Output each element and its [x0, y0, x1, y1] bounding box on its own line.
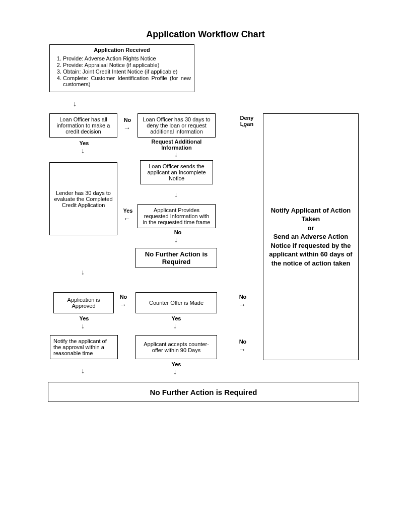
label-yes: Yes — [77, 315, 92, 321]
arrow-right-icon: → — [241, 122, 248, 130]
box-incomplete-notice: Loan Officer sends the applicant an Inco… — [140, 160, 213, 184]
box-no-further-2: No Further Action is Required — [48, 382, 359, 402]
label-yes: Yes — [77, 140, 92, 146]
box-loan-officer-all: Loan Officer has all information to make… — [49, 113, 117, 138]
label-no: No — [237, 294, 248, 300]
item-4: Complete: Customer Identification Profil… — [63, 75, 191, 87]
item-2: Provide: Appraisal Notice (if applicable… — [63, 62, 191, 68]
box-no-further-1: No Further Action is Required — [135, 248, 217, 268]
arrow-right-icon: → — [123, 124, 130, 132]
item-3: Obtain: Joint Credit Intent Notice (if a… — [63, 69, 191, 75]
arrow-down-icon: ↓ — [81, 147, 85, 155]
box-big-notify: Notify Applicant of Action Taken or Send… — [263, 113, 359, 360]
arrow-down-icon: ↓ — [174, 236, 178, 244]
label-no: No — [121, 117, 134, 123]
box-notify-applicant: Notify the applicant of the approval wit… — [50, 335, 118, 359]
box-applicant-accepts: Applicant accepts counter-offer within 9… — [135, 335, 217, 359]
box-applicant-provides: Applicant Provides requested Information… — [138, 204, 216, 228]
arrow-left-icon: ← — [123, 215, 130, 223]
box-lender-30: Lender has 30 days to evaluate the Compl… — [49, 162, 117, 235]
arrow-down-icon: ↓ — [73, 100, 77, 108]
arrow-down-icon: ↓ — [173, 368, 177, 376]
arrow-down-icon: ↓ — [174, 150, 178, 158]
arrow-down-icon: ↓ — [81, 367, 85, 375]
label-yes: Yes — [169, 361, 184, 367]
box-application-received: Application Received Provide: Adverse Ac… — [49, 44, 194, 92]
page-title: Application Workflow Chart — [0, 29, 411, 40]
box-loan-officer-30: Loan Officer has 30 days to deny the loa… — [138, 113, 216, 138]
arrow-down-icon: ↓ — [81, 322, 85, 330]
arrow-right-icon: → — [119, 301, 126, 309]
arrow-down-icon: ↓ — [174, 190, 178, 198]
box-app-approved: Application is Approved — [53, 292, 114, 313]
item-1: Provide: Adverse Action Rights Notice — [63, 55, 191, 61]
arrow-down-icon: ↓ — [173, 322, 177, 330]
arrow-down-icon: ↓ — [81, 268, 85, 276]
arrow-right-icon: → — [239, 346, 246, 354]
label-no: No — [237, 339, 248, 345]
box-counter-offer: Counter Offer is Made — [135, 292, 217, 313]
label-yes: Yes — [121, 208, 135, 214]
label-yes: Yes — [169, 315, 184, 321]
label-request-additional: Request Additional Information — [138, 139, 216, 151]
label-no: No — [118, 294, 129, 300]
arrow-right-icon: → — [239, 301, 246, 309]
label-no: No — [172, 229, 183, 235]
header-application-received: Application Received — [53, 47, 191, 53]
